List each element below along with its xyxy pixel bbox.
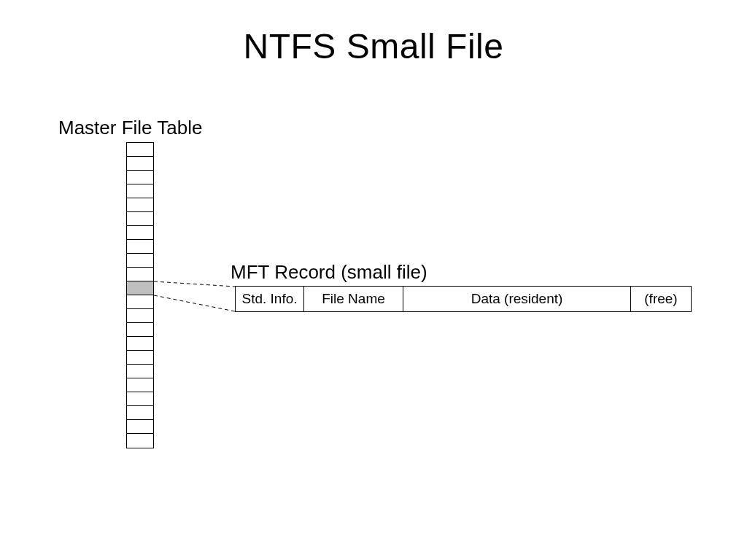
record-cell-free: (free) xyxy=(631,287,691,311)
slide: NTFS Small File Master File Table MFT Re… xyxy=(0,0,747,560)
mft-row xyxy=(127,295,153,309)
svg-line-1 xyxy=(154,295,235,311)
mft-row xyxy=(127,309,153,323)
mft-row xyxy=(127,226,153,240)
svg-line-0 xyxy=(154,281,235,287)
record-cell-std-info: Std. Info. xyxy=(236,287,304,311)
slide-title: NTFS Small File xyxy=(0,26,747,66)
mft-row xyxy=(127,337,153,351)
mft-row-highlighted xyxy=(127,281,153,295)
mft-row xyxy=(127,198,153,212)
mft-row xyxy=(127,378,153,392)
record-cell-data: Data (resident) xyxy=(403,287,631,311)
mft-row xyxy=(127,157,153,171)
mft-record-label: MFT Record (small file) xyxy=(231,261,427,284)
mft-row xyxy=(127,254,153,268)
mft-row xyxy=(127,268,153,281)
mft-row xyxy=(127,351,153,365)
record-cell-file-name: File Name xyxy=(304,287,403,311)
mft-row xyxy=(127,212,153,226)
mft-record: Std. Info. File Name Data (resident) (fr… xyxy=(235,286,692,312)
master-file-table xyxy=(126,142,154,448)
mft-row xyxy=(127,434,153,448)
mft-row xyxy=(127,323,153,337)
mft-row xyxy=(127,406,153,420)
mft-row xyxy=(127,392,153,406)
mft-label: Master File Table xyxy=(58,117,203,139)
mft-row xyxy=(127,184,153,198)
mft-row xyxy=(127,420,153,434)
mft-row xyxy=(127,171,153,184)
mft-row xyxy=(127,240,153,254)
mft-row xyxy=(127,365,153,378)
mft-row xyxy=(127,143,153,157)
